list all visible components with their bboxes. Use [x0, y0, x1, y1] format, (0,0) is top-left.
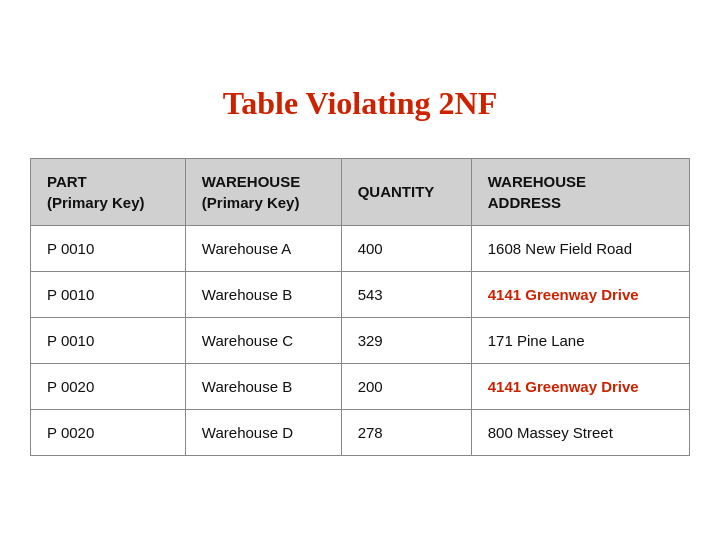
cell-quantity: 400	[341, 225, 471, 271]
page-title: Table Violating 2NF	[223, 85, 497, 122]
table-row: P 0020Warehouse B2004141 Greenway Drive	[31, 363, 690, 409]
cell-address: 800 Massey Street	[471, 409, 689, 455]
cell-part: P 0020	[31, 363, 186, 409]
cell-part: P 0020	[31, 409, 186, 455]
cell-warehouse: Warehouse B	[185, 271, 341, 317]
col-header-warehouse: WAREHOUSE(Primary Key)	[185, 158, 341, 225]
table-header-row: PART(Primary Key) WAREHOUSE(Primary Key)…	[31, 158, 690, 225]
table-row: P 0010Warehouse A4001608 New Field Road	[31, 225, 690, 271]
cell-quantity: 200	[341, 363, 471, 409]
cell-address: 171 Pine Lane	[471, 317, 689, 363]
table-row: P 0010Warehouse C329171 Pine Lane	[31, 317, 690, 363]
cell-warehouse: Warehouse B	[185, 363, 341, 409]
cell-warehouse: Warehouse C	[185, 317, 341, 363]
col-header-quantity: QUANTITY	[341, 158, 471, 225]
cell-quantity: 278	[341, 409, 471, 455]
cell-quantity: 543	[341, 271, 471, 317]
table-row: P 0020Warehouse D278800 Massey Street	[31, 409, 690, 455]
cell-address: 4141 Greenway Drive	[471, 363, 689, 409]
cell-part: P 0010	[31, 271, 186, 317]
col-header-part: PART(Primary Key)	[31, 158, 186, 225]
cell-quantity: 329	[341, 317, 471, 363]
cell-warehouse: Warehouse A	[185, 225, 341, 271]
cell-part: P 0010	[31, 317, 186, 363]
cell-address: 4141 Greenway Drive	[471, 271, 689, 317]
cell-address: 1608 New Field Road	[471, 225, 689, 271]
main-table: PART(Primary Key) WAREHOUSE(Primary Key)…	[30, 158, 690, 456]
col-header-address: WAREHOUSEADDRESS	[471, 158, 689, 225]
cell-warehouse: Warehouse D	[185, 409, 341, 455]
cell-part: P 0010	[31, 225, 186, 271]
table-row: P 0010Warehouse B5434141 Greenway Drive	[31, 271, 690, 317]
